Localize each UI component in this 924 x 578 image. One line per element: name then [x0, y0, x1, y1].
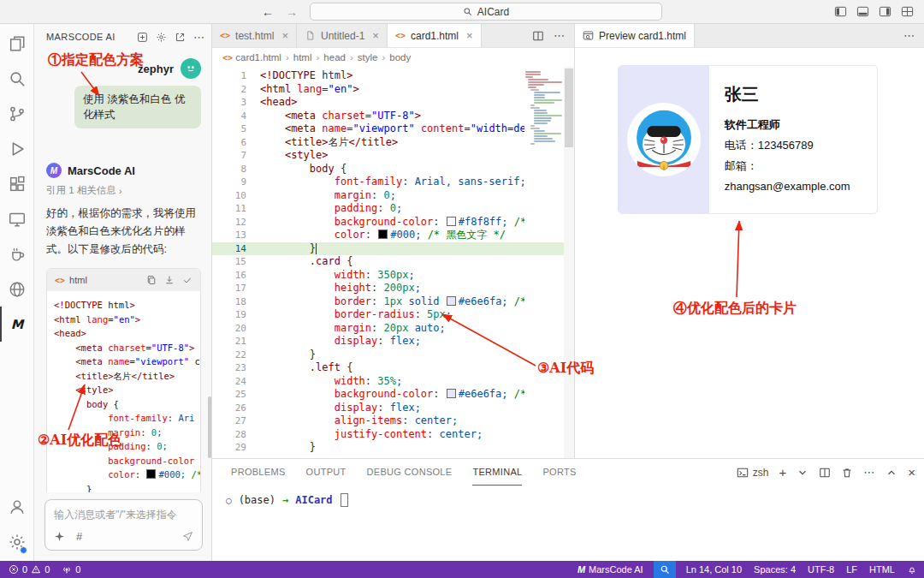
- tab-preview-card1[interactable]: Preview card1.html: [575, 24, 695, 47]
- code-line-13[interactable]: 13 color: #000; /* 黑色文字 */: [212, 229, 574, 242]
- tab-card1.html[interactable]: <>card1.html×: [388, 24, 482, 47]
- code-line-6[interactable]: 6 <title>名片</title>: [212, 136, 574, 150]
- code-line-1[interactable]: 1<!DOCTYPE html>: [212, 69, 574, 83]
- browser-preview-icon[interactable]: [0, 271, 33, 307]
- encoding[interactable]: UTF-8: [806, 561, 836, 578]
- copy-code-icon[interactable]: [146, 275, 157, 285]
- breadcrumb-item[interactable]: body: [389, 52, 411, 63]
- close-icon[interactable]: ×: [281, 29, 288, 42]
- code-line-18[interactable]: 18 border: 1px solid #e6e6fa; /* 淡紫色: [212, 295, 574, 309]
- source-control-icon[interactable]: [0, 96, 33, 131]
- new-terminal-icon[interactable]: +: [779, 465, 786, 480]
- code-line-21[interactable]: 21 display: flex;: [212, 335, 574, 349]
- editor-scrollbar-thumb[interactable]: [565, 69, 573, 147]
- breadcrumb-item[interactable]: style: [358, 52, 378, 63]
- close-icon[interactable]: ×: [466, 29, 473, 42]
- code-line-5[interactable]: 5 <meta name="viewport" content="width=d…: [212, 122, 574, 136]
- reference-link[interactable]: 引用 1 相关信息 ›: [46, 184, 203, 197]
- code-line-22[interactable]: 22 }: [212, 349, 574, 362]
- panel-tab-ports[interactable]: PORTS: [542, 459, 576, 486]
- customize-layout-icon[interactable]: [901, 5, 914, 18]
- code-line-17[interactable]: 17 height: 200px;: [212, 282, 574, 295]
- split-editor-icon[interactable]: [532, 30, 544, 42]
- code-line-10[interactable]: 10 margin: 0;: [212, 189, 574, 203]
- split-terminal-icon[interactable]: [819, 467, 831, 479]
- notifications-bell-icon[interactable]: [905, 561, 919, 578]
- code-line-27[interactable]: 27 align-items: center;: [212, 414, 574, 428]
- toggle-sidebar-left-icon[interactable]: [834, 5, 847, 18]
- code-line-3[interactable]: 3<head>: [212, 96, 574, 110]
- chevron-up-icon[interactable]: [886, 467, 897, 479]
- more-icon[interactable]: ⋯: [554, 29, 566, 42]
- remote-explorer-icon[interactable]: [0, 201, 33, 236]
- commands-icon[interactable]: [54, 531, 65, 542]
- nav-back-icon[interactable]: ←: [262, 5, 274, 19]
- terminal-shell-select[interactable]: zsh: [737, 467, 769, 479]
- code-line-26[interactable]: 26 display: flex;: [212, 402, 574, 415]
- tab-test.html[interactable]: <>test.html×: [212, 24, 297, 47]
- code-line-19[interactable]: 19 border-radius: 5px;: [212, 308, 574, 322]
- close-panel-icon[interactable]: ×: [908, 465, 915, 480]
- breadcrumb-item[interactable]: html: [293, 52, 312, 63]
- extensions-icon[interactable]: [0, 166, 33, 201]
- chat-input-field[interactable]: [54, 509, 193, 521]
- minimap[interactable]: [525, 71, 563, 146]
- code-line-24[interactable]: 24 width: 35%;: [212, 375, 574, 389]
- more-icon[interactable]: ⋯: [863, 466, 875, 479]
- breadcrumb-item[interactable]: <> card1.html: [222, 52, 281, 63]
- code-line-12[interactable]: 12 background-color: #f8f8ff; /* 淡紫色: [212, 216, 574, 229]
- apply-code-icon[interactable]: [182, 275, 192, 285]
- status-search-button[interactable]: [654, 561, 676, 578]
- code-line-4[interactable]: 4 <meta charset="UTF-8">: [212, 110, 574, 123]
- eol[interactable]: LF: [844, 561, 859, 578]
- code-line-16[interactable]: 16 width: 350px;: [212, 269, 574, 283]
- panel-tab-terminal[interactable]: TERMINAL: [472, 459, 522, 486]
- toggle-panel-icon[interactable]: [856, 5, 869, 18]
- code-line-7[interactable]: 7 <style>: [212, 149, 574, 163]
- terminal-content[interactable]: ○ (base) → AICard: [212, 486, 924, 507]
- sidebar-scrollbar[interactable]: [208, 396, 211, 458]
- new-chat-icon[interactable]: [137, 32, 148, 43]
- language-mode[interactable]: HTML: [868, 561, 897, 578]
- settings-icon[interactable]: [0, 524, 33, 559]
- code-line-29[interactable]: 29 }: [212, 441, 574, 455]
- more-icon[interactable]: ⋯: [193, 32, 204, 43]
- marscode-icon[interactable]: M: [0, 307, 33, 342]
- problems-status[interactable]: 0 0: [7, 561, 51, 578]
- chevron-down-icon[interactable]: [797, 467, 808, 479]
- close-icon[interactable]: ×: [372, 29, 379, 42]
- indentation[interactable]: Spaces: 4: [752, 561, 797, 578]
- kill-terminal-icon[interactable]: [841, 467, 853, 479]
- toggle-sidebar-right-icon[interactable]: [879, 5, 891, 18]
- account-icon[interactable]: [0, 489, 33, 524]
- open-in-editor-icon[interactable]: [175, 32, 186, 43]
- send-icon[interactable]: [182, 531, 193, 542]
- insert-code-icon[interactable]: [164, 275, 175, 285]
- command-center-search[interactable]: AICard: [310, 3, 662, 21]
- code-line-15[interactable]: 15 .card {: [212, 255, 574, 269]
- code-block-content[interactable]: <!DOCTYPE html> <html lang="en"> <head> …: [47, 291, 200, 492]
- panel-tab-problems[interactable]: PROBLEMS: [231, 459, 286, 486]
- panel-tab-output[interactable]: OUTPUT: [306, 459, 346, 486]
- explorer-icon[interactable]: [0, 26, 33, 61]
- run-debug-icon[interactable]: [0, 131, 33, 166]
- chat-input-box[interactable]: #: [44, 499, 203, 551]
- breadcrumb-item[interactable]: head: [323, 52, 346, 63]
- nav-forward-icon[interactable]: →: [286, 5, 298, 19]
- marscode-status[interactable]: M MarsCode AI: [576, 561, 645, 578]
- code-line-9[interactable]: 9 font-family: Arial, sans-serif;: [212, 176, 574, 189]
- code-line-8[interactable]: 8 body {: [212, 163, 574, 176]
- panel-tab-debug-console[interactable]: DEBUG CONSOLE: [367, 459, 453, 486]
- settings-icon[interactable]: [156, 32, 167, 43]
- code-line-28[interactable]: 28 justify-content: center;: [212, 428, 574, 442]
- more-icon[interactable]: ⋯: [903, 29, 915, 42]
- code-line-14[interactable]: 14 }: [212, 242, 574, 256]
- cursor-position[interactable]: Ln 14, Col 10: [684, 561, 743, 578]
- code-line-25[interactable]: 25 background-color: #e6e6fa; /* 淡紫: [212, 388, 574, 402]
- code-line-2[interactable]: 2<html lang="en">: [212, 83, 574, 97]
- code-line-11[interactable]: 11 padding: 0;: [212, 202, 574, 216]
- context-icon[interactable]: #: [76, 530, 82, 543]
- code-editor[interactable]: 1<!DOCTYPE html>2<html lang="en">3<head>…: [212, 67, 574, 458]
- ports-status[interactable]: 0: [60, 561, 82, 578]
- tab-Untitled-1[interactable]: Untitled-1×: [297, 24, 388, 47]
